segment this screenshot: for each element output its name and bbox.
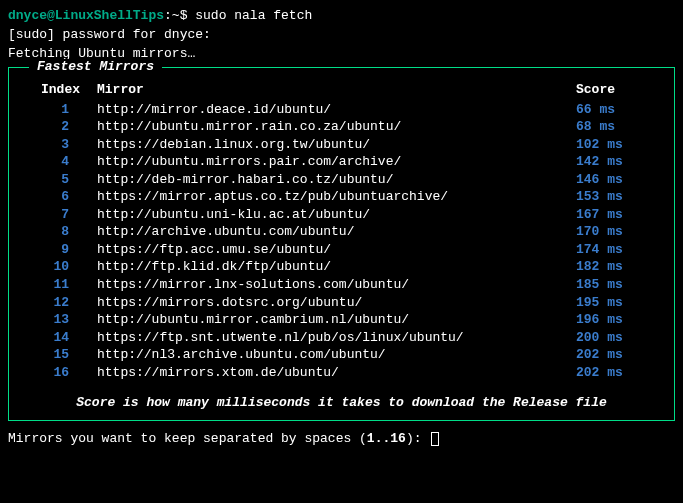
row-index: 8: [27, 223, 97, 241]
row-index: 3: [27, 136, 97, 154]
row-index: 12: [27, 294, 97, 312]
header-index: Index: [27, 82, 97, 99]
score-explanation: Score is how many milliseconds it takes …: [27, 395, 656, 412]
row-mirror-url: http://nl3.archive.ubuntu.com/ubuntu/: [97, 346, 576, 364]
table-body: 1http://mirror.deace.id/ubuntu/66 ms2htt…: [27, 101, 656, 382]
prompt-range: 1..16: [367, 431, 406, 446]
sudo-password-line: [sudo] password for dnyce:: [8, 27, 675, 44]
prompt-path-symbol: :~$: [164, 8, 187, 23]
fastest-mirrors-box: Fastest Mirrors Index Mirror Score 1http…: [8, 67, 675, 422]
row-score: 66 ms: [576, 101, 656, 119]
row-score: 202 ms: [576, 364, 656, 382]
row-score: 146 ms: [576, 171, 656, 189]
header-score: Score: [576, 82, 656, 99]
row-index: 9: [27, 241, 97, 259]
row-mirror-url: http://ubuntu.mirrors.pair.com/archive/: [97, 153, 576, 171]
table-row: 5http://deb-mirror.habari.co.tz/ubuntu/1…: [27, 171, 656, 189]
row-score: 153 ms: [576, 188, 656, 206]
table-row: 3https://debian.linux.org.tw/ubuntu/102 …: [27, 136, 656, 154]
table-row: 14https://ftp.snt.utwente.nl/pub/os/linu…: [27, 329, 656, 347]
row-score: 142 ms: [576, 153, 656, 171]
table-row: 13http://ubuntu.mirror.cambrium.nl/ubunt…: [27, 311, 656, 329]
row-score: 174 ms: [576, 241, 656, 259]
row-index: 4: [27, 153, 97, 171]
row-index: 11: [27, 276, 97, 294]
table-row: 11https://mirror.lnx-solutions.com/ubunt…: [27, 276, 656, 294]
header-mirror: Mirror: [97, 82, 576, 99]
row-mirror-url: http://deb-mirror.habari.co.tz/ubuntu/: [97, 171, 576, 189]
command-text: sudo nala fetch: [195, 8, 312, 23]
table-row: 8http://archive.ubuntu.com/ubuntu/170 ms: [27, 223, 656, 241]
prompt-user-host: dnyce@LinuxShellTips: [8, 8, 164, 23]
row-mirror-url: https://ftp.acc.umu.se/ubuntu/: [97, 241, 576, 259]
row-score: 167 ms: [576, 206, 656, 224]
row-index: 1: [27, 101, 97, 119]
row-index: 16: [27, 364, 97, 382]
row-score: 202 ms: [576, 346, 656, 364]
row-index: 14: [27, 329, 97, 347]
cursor-icon: [431, 432, 439, 446]
row-score: 196 ms: [576, 311, 656, 329]
prompt-text-after: ):: [406, 431, 429, 446]
table-row: 15http://nl3.archive.ubuntu.com/ubuntu/2…: [27, 346, 656, 364]
row-index: 2: [27, 118, 97, 136]
box-title: Fastest Mirrors: [29, 59, 162, 76]
row-score: 195 ms: [576, 294, 656, 312]
input-prompt[interactable]: Mirrors you want to keep separated by sp…: [8, 431, 675, 448]
row-mirror-url: http://archive.ubuntu.com/ubuntu/: [97, 223, 576, 241]
row-score: 102 ms: [576, 136, 656, 154]
row-score: 182 ms: [576, 258, 656, 276]
table-row: 6https://mirror.aptus.co.tz/pub/ubuntuar…: [27, 188, 656, 206]
table-row: 16https://mirrors.xtom.de/ubuntu/202 ms: [27, 364, 656, 382]
row-score: 68 ms: [576, 118, 656, 136]
row-index: 13: [27, 311, 97, 329]
row-mirror-url: http://mirror.deace.id/ubuntu/: [97, 101, 576, 119]
table-row: 9https://ftp.acc.umu.se/ubuntu/174 ms: [27, 241, 656, 259]
prompt-text-before: Mirrors you want to keep separated by sp…: [8, 431, 367, 446]
row-index: 10: [27, 258, 97, 276]
row-mirror-url: http://ftp.klid.dk/ftp/ubuntu/: [97, 258, 576, 276]
table-row: 10http://ftp.klid.dk/ftp/ubuntu/182 ms: [27, 258, 656, 276]
row-mirror-url: https://mirrors.xtom.de/ubuntu/: [97, 364, 576, 382]
row-index: 7: [27, 206, 97, 224]
table-row: 12https://mirrors.dotsrc.org/ubuntu/195 …: [27, 294, 656, 312]
row-mirror-url: https://ftp.snt.utwente.nl/pub/os/linux/…: [97, 329, 576, 347]
table-row: 2http://ubuntu.mirror.rain.co.za/ubuntu/…: [27, 118, 656, 136]
row-score: 185 ms: [576, 276, 656, 294]
table-row: 4http://ubuntu.mirrors.pair.com/archive/…: [27, 153, 656, 171]
row-index: 15: [27, 346, 97, 364]
row-mirror-url: http://ubuntu.uni-klu.ac.at/ubuntu/: [97, 206, 576, 224]
row-mirror-url: https://mirror.aptus.co.tz/pub/ubuntuarc…: [97, 188, 576, 206]
row-mirror-url: http://ubuntu.mirror.cambrium.nl/ubuntu/: [97, 311, 576, 329]
row-index: 5: [27, 171, 97, 189]
row-mirror-url: https://debian.linux.org.tw/ubuntu/: [97, 136, 576, 154]
shell-prompt: dnyce@LinuxShellTips:~$ sudo nala fetch: [8, 8, 675, 25]
table-headers: Index Mirror Score: [27, 82, 656, 99]
row-mirror-url: http://ubuntu.mirror.rain.co.za/ubuntu/: [97, 118, 576, 136]
row-score: 200 ms: [576, 329, 656, 347]
row-index: 6: [27, 188, 97, 206]
table-row: 1http://mirror.deace.id/ubuntu/66 ms: [27, 101, 656, 119]
row-score: 170 ms: [576, 223, 656, 241]
row-mirror-url: https://mirror.lnx-solutions.com/ubuntu/: [97, 276, 576, 294]
table-row: 7http://ubuntu.uni-klu.ac.at/ubuntu/167 …: [27, 206, 656, 224]
row-mirror-url: https://mirrors.dotsrc.org/ubuntu/: [97, 294, 576, 312]
